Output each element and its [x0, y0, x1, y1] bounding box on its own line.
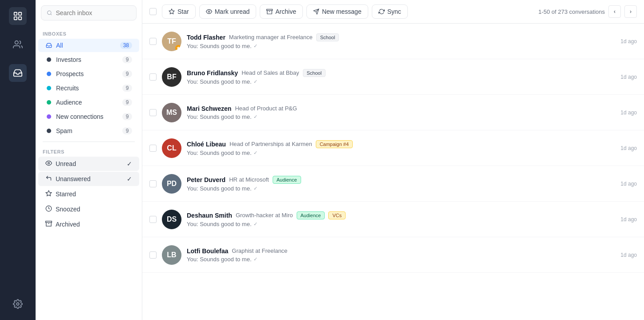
conversation-row[interactable]: TF Todd Flasher Marketing manager at Fre…	[142, 24, 644, 59]
conv-checkbox[interactable]	[149, 251, 157, 259]
conv-time: 1d ago	[620, 109, 637, 116]
avatar: MS	[162, 103, 181, 122]
conversation-row[interactable]: MS Mari Schwezen Head of Product at P&G …	[142, 95, 644, 130]
nav-inbox-icon[interactable]	[9, 64, 27, 82]
next-page-button[interactable]: ›	[624, 5, 637, 18]
conv-header: Peter Duverd HR at Microsoft Audience	[187, 176, 615, 184]
all-count: 38	[120, 42, 132, 49]
sidebar-item-audience[interactable]: Audience 9	[38, 96, 139, 109]
conversation-row[interactable]: DS Deshaun Smith Growth-hacker at Miro A…	[142, 202, 644, 237]
archive-button[interactable]: Archive	[260, 4, 303, 19]
archive-btn-icon	[266, 8, 273, 15]
svg-rect-2	[14, 17, 17, 20]
double-check-icon: ✓	[254, 221, 258, 227]
conv-title: HR at Microsoft	[229, 176, 269, 183]
filter-archived[interactable]: Archived	[38, 217, 139, 231]
conv-preview: You: Sounds good to me. ✓	[187, 43, 615, 49]
conv-content: Todd Flasher Marketing manager at Freela…	[187, 33, 615, 49]
unanswered-label: Unanswered	[56, 175, 91, 182]
avatar-initials: DS	[162, 210, 181, 229]
conv-tag: School	[303, 69, 326, 77]
filter-unread[interactable]: Unread ✓	[38, 157, 139, 171]
prev-page-button[interactable]: ‹	[608, 5, 621, 18]
avatar: BF	[162, 67, 181, 87]
search-box[interactable]	[41, 5, 137, 20]
filters-section-title: Filters	[36, 149, 142, 154]
conv-checkbox[interactable]	[149, 145, 157, 152]
conv-checkbox[interactable]	[149, 216, 157, 223]
new-message-button[interactable]: New message	[306, 4, 368, 19]
nav-people-icon[interactable]	[9, 36, 27, 53]
sidebar-item-new-connections[interactable]: New connections 9	[38, 110, 139, 123]
mark-unread-button[interactable]: Mark unread	[199, 4, 257, 19]
conv-header: Todd Flasher Marketing manager at Freela…	[187, 33, 615, 41]
archive-icon	[45, 220, 52, 228]
recruits-count: 9	[122, 85, 132, 92]
svg-line-7	[51, 14, 52, 15]
conv-name: Peter Duverd	[187, 176, 225, 183]
conv-name: Mari Schwezen	[187, 105, 231, 112]
avatar-initials: BF	[162, 67, 181, 87]
mark-unread-label: Mark unread	[215, 8, 250, 15]
conv-tag: Audience	[297, 211, 325, 219]
tag-icon-prospects	[45, 70, 52, 77]
conv-preview: You: Sounds good to me. ✓	[187, 185, 615, 192]
conv-checkbox[interactable]	[149, 109, 157, 116]
avatar-initials: PD	[162, 174, 181, 194]
filter-starred[interactable]: Starred	[38, 187, 139, 201]
sidebar-item-recruits[interactable]: Recruits 9	[38, 81, 139, 95]
star-icon	[45, 190, 52, 198]
filter-unanswered[interactable]: Unanswered ✓	[38, 172, 139, 186]
toolbar: Star Mark unread Archive New message	[142, 0, 644, 24]
conv-checkbox[interactable]	[149, 73, 157, 81]
conv-time: 1d ago	[620, 145, 637, 151]
new-message-icon	[313, 8, 319, 15]
svg-marker-9	[46, 190, 52, 196]
svg-point-14	[208, 11, 210, 12]
conversation-row[interactable]: CL Chloé Libeau Head of Partnerships at …	[142, 130, 644, 166]
select-all-checkbox[interactable]	[149, 8, 157, 15]
inboxes-section-title: Inboxes	[36, 31, 142, 36]
conv-preview: You: Sounds good to me. ✓	[187, 150, 615, 156]
conv-checkbox[interactable]	[149, 180, 157, 187]
conv-title: Head of Product at P&G	[235, 105, 297, 112]
spam-count: 9	[122, 127, 132, 134]
sync-button[interactable]: Sync	[372, 4, 408, 19]
new-connections-count: 9	[122, 113, 132, 120]
svg-point-5	[16, 303, 19, 305]
conv-time: 1d ago	[620, 216, 637, 223]
conv-content: Bruno Fridlansky Head of Sales at Bbay S…	[187, 69, 615, 85]
clock-icon	[45, 205, 52, 213]
conversation-row[interactable]: LB Lotfi Boulefaa Graphist at Freelance …	[142, 237, 644, 273]
star-button[interactable]: Star	[162, 4, 196, 19]
sidebar-item-investors[interactable]: Investors 9	[38, 53, 139, 66]
double-check-icon: ✓	[254, 79, 258, 85]
sidebar-item-prospects[interactable]: Prospects 9	[38, 67, 139, 81]
avatar-initials: MS	[162, 103, 181, 122]
pagination: 1-50 of 273 conversations ‹ ›	[538, 5, 637, 18]
conv-content: Lotfi Boulefaa Graphist at Freelance You…	[187, 247, 615, 263]
conv-tag: Campaign #4	[316, 140, 353, 148]
conv-content: Chloé Libeau Head of Partnerships at Kar…	[187, 140, 615, 156]
app-logo[interactable]	[9, 7, 27, 25]
filter-snoozed[interactable]: Snoozed	[38, 202, 139, 216]
conv-header: Bruno Fridlansky Head of Sales at Bbay S…	[187, 69, 615, 77]
sidebar-item-spam[interactable]: Spam 9	[38, 124, 139, 138]
preview-text: You: Sounds good to me.	[187, 43, 252, 49]
conv-checkbox[interactable]	[149, 38, 157, 45]
svg-point-8	[48, 162, 50, 164]
conv-content: Peter Duverd HR at Microsoft Audience Yo…	[187, 176, 615, 192]
conv-title: Graphist at Freelance	[232, 247, 287, 254]
inbox-icon	[45, 42, 52, 49]
sidebar-item-all[interactable]: All 38	[38, 39, 139, 52]
preview-text: You: Sounds good to me.	[187, 256, 252, 263]
avatar: TF	[162, 32, 181, 51]
svg-rect-1	[19, 12, 21, 15]
double-check-icon: ✓	[254, 114, 258, 120]
preview-text: You: Sounds good to me.	[187, 113, 252, 120]
conversation-row[interactable]: PD Peter Duverd HR at Microsoft Audience…	[142, 166, 644, 202]
tag-icon-spam	[45, 127, 52, 134]
search-input[interactable]	[56, 9, 131, 16]
nav-settings-icon[interactable]	[9, 295, 27, 313]
conversation-row[interactable]: BF Bruno Fridlansky Head of Sales at Bba…	[142, 59, 644, 95]
